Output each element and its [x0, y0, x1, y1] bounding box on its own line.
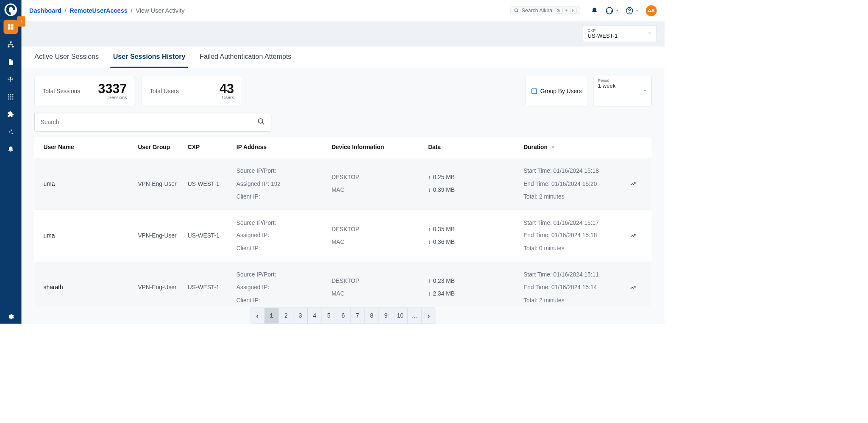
nav-topology[interactable] — [3, 37, 18, 52]
cell-data: 0.23 MB 2.34 MB — [428, 275, 523, 301]
group-by-users-toggle[interactable]: Group By Users — [525, 76, 588, 106]
page-9[interactable]: 9 — [378, 308, 393, 323]
stat-value: 3337 — [98, 82, 127, 95]
page-...[interactable]: ... — [407, 308, 422, 323]
support-icon[interactable] — [606, 6, 619, 15]
period-select[interactable]: Period 1 week — [593, 76, 652, 106]
svg-point-15 — [10, 98, 11, 100]
nav-gear[interactable] — [3, 310, 18, 324]
search-icon — [257, 118, 265, 127]
svg-rect-5 — [10, 41, 11, 43]
svg-rect-2 — [11, 24, 14, 27]
nav-extensions[interactable] — [3, 107, 18, 122]
breadcrumb-sep: / — [131, 7, 133, 14]
search-input[interactable] — [41, 119, 257, 126]
stats-row: Total Sessions 3337 Sessions Total Users… — [22, 68, 665, 113]
th-duration[interactable]: Duration ▼ — [523, 144, 623, 151]
page-next[interactable]: › — [422, 308, 436, 323]
svg-rect-23 — [611, 10, 612, 12]
kbd-plus: + — [565, 8, 568, 13]
help-icon[interactable] — [626, 6, 639, 15]
sidebar — [0, 0, 22, 324]
page-prev[interactable]: ‹ — [250, 308, 264, 323]
global-search[interactable]: Search Alkira ⌘ + K — [510, 6, 580, 15]
stat-total-users: Total Users 43 Users — [142, 76, 242, 106]
tab-sessions-history[interactable]: User Sessions History — [113, 46, 186, 68]
page-2[interactable]: 2 — [279, 308, 293, 323]
cell-ip: Source IP/Port: Assigned IP: Client IP: — [236, 268, 331, 307]
arrow-down-icon — [428, 288, 431, 300]
th-user[interactable]: User Name — [44, 144, 138, 151]
page-5[interactable]: 5 — [322, 308, 336, 323]
bell-icon[interactable] — [590, 6, 599, 15]
cell-data: 0.35 MB 0.36 MB — [428, 223, 523, 249]
cxp-select[interactable]: CXP US-WEST-1 — [582, 25, 657, 42]
th-ip[interactable]: IP Address — [236, 144, 331, 151]
nav-move[interactable] — [3, 72, 18, 87]
arrow-up-icon — [428, 171, 431, 184]
page-7[interactable]: 7 — [350, 308, 364, 323]
tab-failed-auth[interactable]: Failed Authentication Attempts — [200, 46, 291, 68]
app-logo — [4, 3, 18, 17]
th-cxp[interactable]: CXP — [188, 144, 236, 151]
th-dev[interactable]: Device Information — [331, 144, 428, 151]
arrow-up-icon — [428, 275, 431, 288]
cell-user: sharath — [44, 284, 138, 291]
nav-dashboard[interactable] — [3, 20, 18, 34]
th-data[interactable]: Data — [428, 144, 523, 151]
svg-point-16 — [12, 98, 14, 100]
table-search[interactable] — [34, 113, 271, 131]
user-avatar[interactable]: AA — [646, 5, 657, 16]
page-8[interactable]: 8 — [364, 308, 379, 323]
page-10[interactable]: 10 — [393, 308, 407, 323]
chevron-down-icon — [643, 88, 648, 94]
tab-active-sessions[interactable]: Active User Sessions — [34, 46, 99, 68]
cell-cxp: US-WEST-1 — [188, 232, 236, 239]
page-6[interactable]: 6 — [336, 308, 350, 323]
svg-point-17 — [11, 130, 12, 131]
svg-rect-7 — [12, 46, 14, 47]
stat-title: Total Users — [150, 88, 179, 94]
cell-user: uma — [44, 232, 138, 239]
cell-duration: Start Time: 01/16/2024 15:17 End Time: 0… — [523, 216, 623, 255]
cell-group: VPN-Eng-User — [138, 284, 187, 291]
cell-cxp: US-WEST-1 — [188, 284, 236, 291]
chevron-down-icon — [635, 8, 640, 13]
svg-rect-4 — [11, 27, 14, 30]
svg-rect-6 — [8, 46, 9, 47]
topbar: Dashboard / RemoteUserAccess / View User… — [22, 0, 665, 22]
sort-desc-icon: ▼ — [550, 144, 556, 151]
page-4[interactable]: 4 — [307, 308, 322, 323]
row-action-trend[interactable] — [623, 284, 643, 290]
breadcrumb-dashboard[interactable]: Dashboard — [29, 7, 61, 14]
svg-point-20 — [515, 8, 517, 11]
th-group[interactable]: User Group — [138, 144, 187, 151]
cxp-label: CXP — [588, 28, 643, 33]
kbd-cmd: ⌘ — [555, 8, 562, 14]
cell-data: 0.25 MB 0.39 MB — [428, 171, 523, 197]
cxp-value: US-WEST-1 — [588, 33, 643, 39]
pagination: ‹ 12345678910... › — [250, 308, 436, 324]
row-action-trend[interactable] — [623, 232, 643, 239]
page-3[interactable]: 3 — [293, 308, 307, 323]
stat-value: 43 — [220, 82, 234, 95]
cell-duration: Start Time: 01/16/2024 15:11 End Time: 0… — [523, 268, 623, 307]
cell-device: DESKTOP MAC — [331, 275, 428, 301]
nav-notifications[interactable] — [3, 142, 18, 157]
svg-point-12 — [10, 97, 11, 98]
nav-apps[interactable] — [3, 90, 18, 104]
kbd-k: K — [570, 8, 576, 14]
breadcrumb: Dashboard / RemoteUserAccess / View User… — [29, 7, 185, 14]
breadcrumb-remote[interactable]: RemoteUserAccess — [70, 7, 128, 14]
checkbox-icon — [531, 88, 537, 94]
stat-title: Total Sessions — [42, 88, 80, 94]
svg-point-10 — [12, 94, 14, 96]
table-row: sharath VPN-Eng-User US-WEST-1 Source IP… — [34, 262, 651, 307]
stat-sub: Sessions — [98, 95, 127, 100]
page-1[interactable]: 1 — [264, 308, 279, 323]
row-action-trend[interactable] — [623, 181, 643, 187]
nav-document[interactable] — [3, 55, 18, 69]
nav-settings-sliders[interactable] — [3, 125, 18, 139]
sidebar-expand-button[interactable] — [17, 16, 25, 26]
period-value: 1 week — [598, 83, 637, 89]
